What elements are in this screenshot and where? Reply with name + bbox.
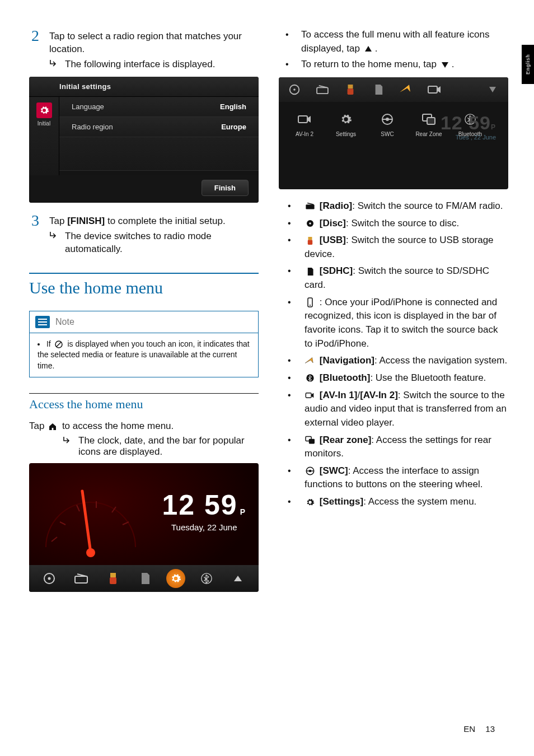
svg-line-32: [307, 203, 313, 205]
figure-initial-settings: Initial settings Initial Language Englis…: [29, 77, 259, 203]
usb-icon: [305, 236, 316, 245]
svg-rect-21: [348, 85, 353, 88]
desc-ipod: : Once your iPod/iPhone is connected and…: [303, 296, 508, 351]
favorites-bar: [29, 565, 259, 592]
pm-indicator: P: [240, 507, 246, 516]
triangle-down-icon: [439, 60, 451, 69]
setting-label: Radio region: [72, 123, 113, 131]
result-text: The following interface is displayed.: [65, 58, 259, 71]
access-text-post: to access the home menu.: [62, 421, 174, 431]
bluetooth-icon[interactable]: [196, 570, 217, 587]
time-display: 12 59P: [162, 489, 246, 521]
svg-rect-15: [110, 577, 116, 584]
radio-icon: [305, 202, 316, 211]
step-result: The following interface is displayed.: [49, 58, 259, 71]
step-text: Tap to select a radio region that matche…: [49, 31, 242, 54]
setting-value: English: [220, 102, 246, 111]
page-footer: EN 13: [463, 724, 495, 734]
avin-icon[interactable]: [427, 82, 442, 97]
menu-item-descriptions: [Radio]: Switch the source to FM/AM radi…: [279, 199, 508, 509]
setting-row-radio-region[interactable]: Radio region Europe: [59, 117, 259, 137]
menu-item-swc[interactable]: SWC: [372, 110, 403, 137]
figure-footer: Finish: [29, 175, 259, 203]
heading-access-home-menu: Access the home menu: [29, 397, 259, 412]
disc-icon[interactable]: [287, 82, 302, 97]
step-number: 2: [29, 28, 41, 44]
svg-rect-23: [428, 86, 437, 93]
setting-label: Language: [72, 102, 104, 111]
figure-sidebar: Initial: [29, 97, 59, 175]
note-title: Note: [55, 317, 74, 327]
right-column: To access the full menu with all feature…: [279, 28, 508, 602]
figure-rows: Language English Radio region Europe: [59, 97, 259, 175]
page: English 2 Tap to select a radio region t…: [0, 0, 534, 756]
settings-icon[interactable]: [166, 569, 185, 588]
language-side-tab: English: [522, 45, 534, 84]
step-body: Tap to select a radio region that matche…: [49, 28, 259, 71]
step-result: The device switches to radio mode automa…: [49, 230, 259, 256]
svg-point-18: [293, 88, 296, 91]
finish-button[interactable]: Finish: [202, 180, 249, 196]
sidebar-label: Initial: [38, 120, 50, 127]
navigation-icon[interactable]: [399, 82, 414, 97]
desc-sdhc: [SDHC]: Switch the source to SD/SDHC car…: [303, 264, 508, 292]
desc-radio: [Radio]: Switch the source to FM/AM radi…: [303, 199, 508, 213]
expand-up-icon[interactable]: [227, 570, 249, 587]
note-text-pre: If: [46, 339, 53, 348]
desc-settings: [Settings]: Access the system menu.: [303, 495, 508, 509]
note-header: Note: [30, 311, 258, 333]
bullet-text-pre: To access the full menu with all feature…: [301, 29, 489, 54]
sdhc-icon[interactable]: [134, 570, 156, 587]
top-icon-bar: [279, 77, 508, 102]
disc-icon[interactable]: [39, 570, 60, 587]
step-number: 3: [29, 213, 41, 228]
svg-line-8: [82, 491, 91, 553]
menu-item-rearzone[interactable]: Rear Zone: [413, 110, 444, 137]
bullet-text-post: .: [375, 43, 378, 54]
usb-icon[interactable]: [343, 82, 358, 97]
figure-title: Initial settings: [29, 77, 259, 97]
svg-rect-22: [348, 88, 354, 95]
step-text-bold: [FINISH]: [67, 216, 105, 226]
sdhc-icon: [305, 267, 316, 276]
svg-point-11: [48, 577, 51, 580]
bullet-dot: [38, 343, 40, 346]
figure-body: Initial Language English Radio region Eu…: [29, 97, 259, 175]
step-text-pre: Tap: [49, 216, 67, 226]
menu-item-settings[interactable]: Settings: [330, 110, 362, 137]
setting-row-language[interactable]: Language English: [59, 97, 259, 117]
footer-lang: EN: [463, 724, 475, 734]
gauge-graphic: [35, 469, 141, 558]
svg-rect-31: [306, 205, 314, 209]
collapse-down-icon[interactable]: [485, 82, 500, 97]
empty-row: [59, 137, 259, 171]
top-bullets: To access the full menu with all feature…: [279, 28, 508, 72]
bullet-text-pre: To return to the home menu, tap: [301, 59, 439, 69]
note-text-post: is displayed when you touch an icon, it …: [38, 339, 250, 370]
home-icon: [47, 422, 58, 431]
desc-swc: [SWC]: Access the interface to assign fu…: [303, 464, 508, 492]
bullet-full-menu: To access the full menu with all feature…: [298, 28, 508, 55]
date-display: Tuesday, 22 June: [162, 522, 246, 532]
bluetooth-icon: [305, 374, 316, 382]
svg-rect-29: [427, 118, 435, 124]
desc-rearzone: [Rear zone]: Access the settings for rea…: [303, 433, 508, 461]
radio-icon[interactable]: [315, 82, 330, 97]
navigation-icon: [305, 357, 316, 366]
sdhc-icon[interactable]: [371, 82, 386, 97]
radio-icon[interactable]: [71, 570, 92, 587]
desc-disc: [Disc]: Switch the source to disc.: [303, 217, 508, 231]
access-text-pre: Tap: [29, 421, 47, 431]
figure-full-menu: AV-In 2 Settings SWC Rear Zone Bluetooth…: [279, 77, 508, 189]
svg-rect-24: [298, 116, 307, 123]
svg-rect-14: [110, 573, 116, 577]
menu-item-avin2[interactable]: AV-In 2: [289, 110, 320, 137]
svg-line-1: [57, 342, 61, 347]
footer-page-number: 13: [485, 724, 495, 734]
svg-rect-35: [308, 237, 312, 240]
result-text: The clock, date, and the bar for popular…: [78, 435, 259, 458]
svg-rect-19: [317, 87, 328, 94]
result-arrow-icon: [49, 230, 59, 239]
usb-icon[interactable]: [102, 570, 124, 587]
figure-home-screen: 12 59P Tuesday, 22 June: [29, 463, 259, 592]
